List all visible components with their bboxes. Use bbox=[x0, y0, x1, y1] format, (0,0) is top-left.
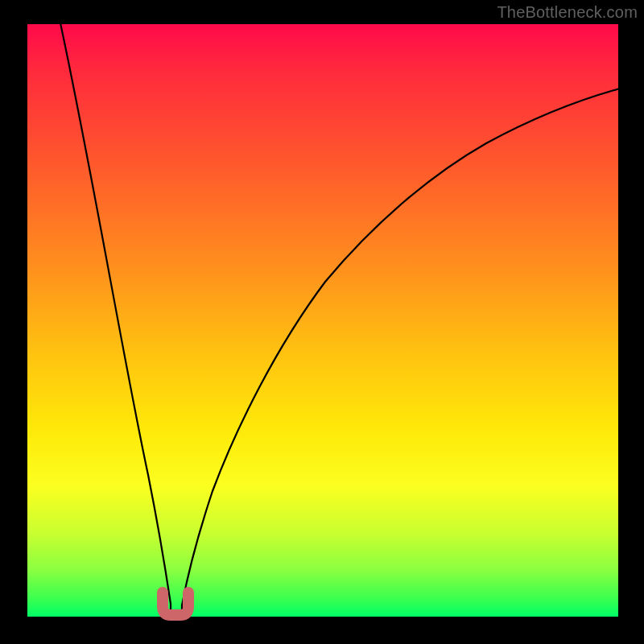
plot-area bbox=[27, 24, 618, 617]
chart-stage: TheBottleneck.com bbox=[0, 0, 644, 644]
curve-left-branch bbox=[60, 19, 171, 617]
curve-layer bbox=[27, 24, 618, 617]
curve-right-branch bbox=[182, 89, 620, 617]
watermark-text: TheBottleneck.com bbox=[497, 3, 638, 22]
highlight-u-marker bbox=[163, 592, 188, 615]
